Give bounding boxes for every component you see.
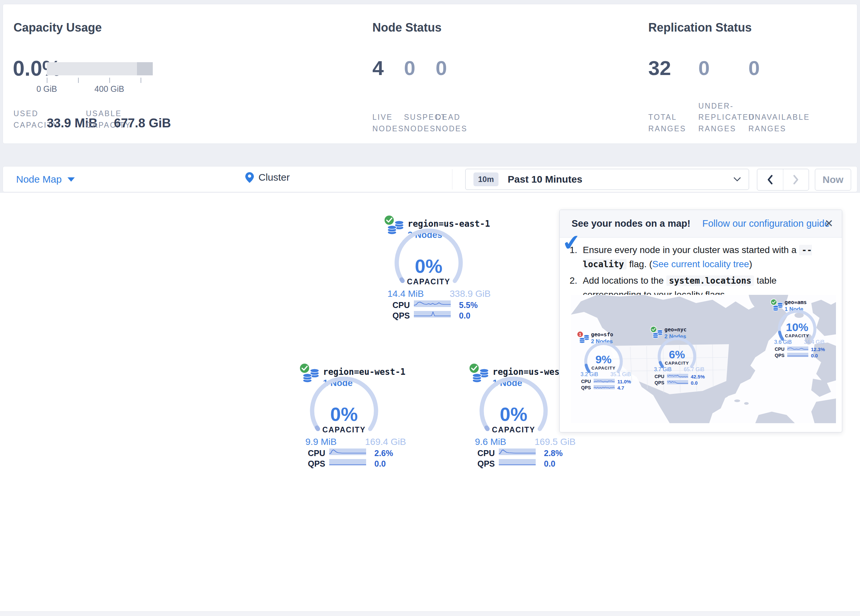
qps-value: 0.0 (374, 459, 386, 469)
cpu-label: CPU (308, 448, 325, 458)
node-map-page: Capacity Usage 0.0% 0 GiB 400 GiB USED C… (0, 0, 860, 616)
time-range-badge: 10m (474, 172, 499, 186)
capacity-percent: 0% (396, 255, 461, 277)
cpu-value: 42.5% (691, 374, 705, 379)
locality-eu-west-1[interactable]: region=eu-west-1 1 Node 0% CAPACITY 9.9 … (298, 361, 397, 469)
axis-tick (109, 78, 110, 83)
live-check-icon (770, 298, 777, 306)
time-forward-button[interactable] (783, 169, 809, 190)
configuration-guide-link[interactable]: Follow our configuration guide (702, 218, 830, 229)
breadcrumb[interactable]: Cluster (245, 172, 290, 183)
cpu-sparkline (329, 448, 366, 455)
time-step-buttons (757, 169, 809, 191)
live-nodes-label: LIVE NODES (372, 101, 404, 134)
map-setup-popup: See your nodes on a map! Follow our conf… (559, 210, 842, 433)
step-text-part: Add locations to the (583, 276, 666, 285)
cpu-sparkline (787, 346, 808, 351)
used-value: 3.6 GiB (768, 339, 798, 345)
cpu-label: CPU (392, 301, 410, 310)
under-replicated-count: 0 (698, 56, 709, 80)
usable-capacity-value: 677.8 GiB (114, 116, 171, 130)
alert-badge-icon: 1 (576, 331, 584, 338)
cpu-sparkline (499, 448, 536, 455)
cpu-value: 2.6% (374, 448, 393, 458)
cpu-sparkline (594, 379, 615, 383)
capacity-usage-bar-segment (137, 62, 153, 75)
axis-tick (47, 78, 47, 83)
total-ranges-label: TOTAL RANGES (648, 101, 686, 134)
time-range-label: Past 10 Minutes (508, 174, 734, 185)
qps-label: QPS (392, 311, 410, 320)
setup-step-1: 1. Ensure every node in your cluster was… (570, 243, 832, 271)
qps-sparkline (499, 459, 536, 466)
capacity-usage-bar (47, 62, 153, 75)
time-back-button[interactable] (757, 169, 783, 190)
cpu-sparkline (667, 374, 688, 378)
cpu-value: 11.0% (617, 379, 631, 384)
qps-label: QPS (308, 459, 325, 469)
example-node-map: 1 geo=sfo 2 Nodes 9% CAPACITY 3.2 GiB 35… (571, 295, 836, 423)
chevron-left-icon (767, 175, 773, 185)
live-check-icon (299, 362, 311, 374)
code-span: system.locations (666, 276, 754, 286)
time-range-dropdown[interactable]: 10m Past 10 Minutes (465, 169, 749, 190)
step-text-part: flag. ( (626, 259, 652, 269)
capacity-percent: 10% (777, 321, 817, 334)
qps-sparkline (787, 353, 808, 357)
map-locality-geo-sfo[interactable]: 1 geo=sfo 2 Nodes 9% CAPACITY 3.2 GiB 35… (576, 330, 634, 391)
capacity-label: CAPACITY (481, 425, 546, 434)
live-check-icon (383, 214, 395, 226)
map-locality-geo-ams[interactable]: geo=ams 1 Node 10% CAPACITY 3.6 GiB 34.4… (770, 298, 828, 359)
node-status-title: Node Status (372, 21, 441, 34)
qps-sparkline (414, 311, 451, 318)
cpu-label: CPU (477, 448, 495, 458)
capacity-label: CAPACITY (777, 333, 817, 338)
popup-header: See your nodes on a map! Follow our conf… (560, 210, 842, 238)
used-value: 9.9 MiB (298, 437, 344, 447)
usable-value: 169.5 GiB (532, 437, 578, 447)
capacity-percent: 9% (584, 353, 623, 366)
step-text: Ensure every node in your cluster was st… (583, 243, 832, 271)
view-toolbar: Node Map Cluster 10m Past 10 Minutes Now (3, 166, 857, 192)
locality-tree-link[interactable]: See current locality tree (652, 259, 749, 269)
qps-value: 0.0 (544, 459, 556, 469)
cpu-sparkline (414, 301, 451, 307)
view-selector-label: Node Map (16, 174, 61, 185)
qps-value: 0.0 (691, 380, 698, 386)
cpu-value: 2.8% (544, 448, 563, 458)
now-button[interactable]: Now (815, 169, 851, 191)
replication-status-title: Replication Status (648, 21, 752, 34)
cpu-label: CPU (654, 374, 664, 379)
capacity-percent: 0% (481, 403, 546, 425)
live-check-icon (650, 326, 657, 333)
qps-label: QPS (775, 353, 785, 358)
locality-us-east-1[interactable]: region=us-east-1 2 Nodes 0% CAPACITY 14.… (383, 212, 481, 321)
capacity-usage-title: Capacity Usage (14, 21, 102, 34)
map-locality-geo-nyc[interactable]: geo=nyc 2 Nodes 6% CAPACITY 3.7 GiB 65.7… (650, 325, 708, 386)
axis-tick (141, 78, 141, 83)
used-value: 9.6 MiB (468, 437, 514, 447)
qps-value: 0.0 (811, 353, 818, 358)
capacity-percent: 6% (657, 348, 697, 361)
page-footer-strip (0, 611, 860, 616)
close-icon[interactable]: ✕ (824, 217, 833, 230)
breadcrumb-label: Cluster (259, 172, 290, 183)
chevron-right-icon (793, 175, 799, 185)
locality-name: geo=nyc (664, 326, 686, 333)
capacity-label: CAPACITY (311, 425, 377, 434)
usable-value: 169.4 GiB (363, 437, 409, 447)
step-text-part: Ensure every node in your cluster was st… (583, 245, 799, 255)
cpu-label: CPU (581, 379, 591, 384)
step-number: 1. (570, 243, 583, 271)
qps-value: 0.0 (459, 311, 471, 320)
locality-us-west-1[interactable]: region=us-west-1 1 Node 0% CAPACITY 9.6 … (468, 361, 566, 469)
qps-sparkline (594, 385, 615, 389)
locality-name: region=us-east-1 (408, 219, 490, 229)
unavailable-ranges-label: UNAVAILABLE RANGES (749, 101, 810, 134)
used-value: 3.2 GiB (574, 371, 604, 378)
locality-name: geo=sfo (591, 331, 613, 338)
chevron-down-icon (734, 177, 741, 182)
locality-name: region=eu-west-1 (323, 367, 405, 377)
usable-value: 34.4 GiB (799, 339, 829, 345)
view-selector-dropdown[interactable]: Node Map (16, 174, 75, 185)
